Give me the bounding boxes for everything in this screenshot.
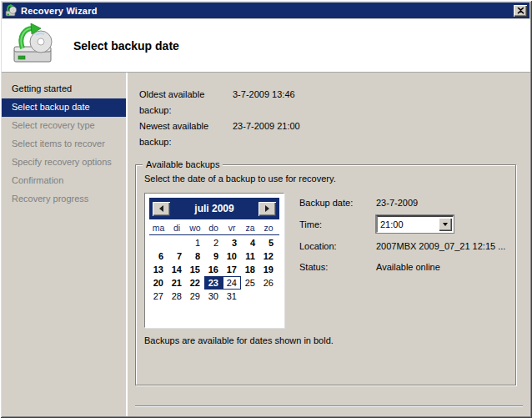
calendar-day[interactable]: 21 (168, 276, 186, 290)
time-row: Time:21:00 (299, 215, 507, 233)
calendar-day-header: vr (223, 222, 241, 234)
calendar-day[interactable]: 30 (204, 290, 223, 303)
calendar-day[interactable]: 19 (259, 263, 278, 276)
next-month-arrow-icon (265, 205, 269, 212)
backup-disk-large-icon (11, 23, 59, 68)
calendar-day-header: za (241, 222, 259, 234)
calendar-day[interactable]: 7 (168, 249, 186, 263)
calendar-day[interactable]: 16 (204, 263, 223, 276)
status-label: Status: (299, 262, 376, 272)
sidebar-item-specify-recovery-options: Specify recovery options (2, 154, 126, 172)
calendar-day-header: wo (186, 222, 204, 234)
sidebar-item-getting-started: Getting started (2, 80, 126, 98)
calendar-day[interactable]: 17 (223, 263, 241, 276)
calendar-day[interactable]: 28 (168, 290, 186, 303)
prev-month-button[interactable] (153, 202, 170, 216)
newest-backup-value: 23-7-2009 21:00 (233, 118, 300, 150)
calendar-day[interactable]: 26 (259, 276, 278, 290)
separator (135, 405, 523, 407)
title-bar: Recovery Wizard (3, 3, 529, 18)
calendar-day-header: zo (259, 222, 278, 234)
sidebar-item-select-items-to-recover: Select items to recover (2, 135, 126, 154)
calendar-day[interactable]: 5 (259, 236, 278, 249)
time-combobox[interactable]: 21:00 (376, 215, 454, 233)
available-backups-group: Available backups Select the date of a b… (135, 164, 516, 385)
bold-dates-note: Backups are available for dates shown in… (144, 335, 507, 345)
group-description: Select the date of a backup to use for r… (144, 174, 507, 184)
dropdown-arrow-icon (443, 223, 448, 226)
group-title: Available backups (143, 159, 223, 170)
calendar-day-header: ma (149, 222, 168, 234)
status-value: Available online (376, 262, 440, 272)
calendar-day[interactable]: 27 (149, 290, 168, 303)
dropdown-button[interactable] (439, 218, 452, 231)
calendar-day[interactable]: 6 (149, 249, 168, 263)
calendar-day[interactable]: 12 (259, 249, 278, 263)
sidebar-item-select-backup-date: Select backup date (2, 98, 126, 117)
calendar-day (259, 290, 278, 303)
calendar-day[interactable]: 24 (223, 276, 241, 290)
calendar-day[interactable]: 2 (204, 236, 223, 249)
backup-calendar: juli 2009 madiwodovrzazo 123456789101112… (144, 193, 284, 328)
wizard-header: Select backup date (2, 19, 530, 73)
calendar-day-headers: madiwodovrzazo (149, 222, 279, 235)
calendar-day (149, 236, 168, 249)
status-row: Status:Available online (299, 259, 507, 274)
calendar-day[interactable]: 3 (223, 236, 241, 249)
calendar-day[interactable]: 25 (241, 276, 259, 290)
time-value: 21:00 (378, 219, 439, 229)
calendar-day[interactable]: 23 (204, 276, 223, 290)
calendar-day[interactable]: 4 (241, 236, 259, 249)
wizard-steps-sidebar: Getting startedSelect backup dateSelect … (2, 73, 128, 416)
location-row: Location:2007MBX 2009_07_21 12:15 ... (299, 238, 507, 254)
calendar-day-header: do (204, 222, 223, 234)
newest-backup-label: Newest available backup: (139, 118, 233, 150)
calendar-day[interactable]: 10 (223, 249, 241, 263)
calendar-day[interactable]: 8 (186, 249, 204, 263)
calendar-day[interactable]: 20 (149, 276, 168, 290)
calendar-day[interactable]: 18 (241, 263, 259, 276)
calendar-day[interactable]: 22 (186, 276, 204, 290)
calendar-day[interactable]: 29 (186, 290, 204, 303)
calendar-day[interactable]: 15 (186, 263, 204, 276)
calendar-day[interactable]: 13 (149, 263, 168, 276)
calendar-day[interactable]: 1 (186, 236, 204, 249)
sidebar-item-select-recovery-type: Select recovery type (2, 117, 126, 135)
oldest-backup-label: Oldest available backup: (139, 87, 233, 118)
page-title: Select backup date (73, 39, 179, 53)
calendar-day (168, 236, 186, 249)
time-label: Time: (299, 219, 376, 229)
backup-date-label: Backup date: (299, 198, 376, 208)
backup-details: Backup date:23-7-2009Time:21:00Location:… (299, 194, 507, 328)
calendar-day[interactable]: 11 (241, 249, 259, 263)
calendar-day-header: di (168, 222, 186, 234)
backup-date-value: 23-7-2009 (376, 198, 418, 208)
location-label: Location: (299, 241, 376, 251)
prev-month-arrow-icon (159, 205, 163, 212)
backup-disk-icon (5, 4, 18, 17)
next-month-button[interactable] (258, 202, 276, 216)
calendar-month-label: juli 2009 (170, 203, 258, 214)
calendar-day[interactable]: 31 (223, 290, 241, 303)
backup-summary: Oldest available backup: 3-7-2009 13:46 … (139, 87, 523, 150)
sidebar-item-confirmation: Confirmation (2, 172, 126, 190)
sidebar-item-recovery-progress: Recovery progress (2, 190, 126, 209)
location-value: 2007MBX 2009_07_21 12:15 ... (376, 241, 505, 251)
window-title: Recovery Wizard (21, 6, 514, 16)
calendar-grid: 1234567891011121314151617181920212223242… (149, 236, 279, 303)
close-icon[interactable] (514, 5, 527, 17)
calendar-day[interactable]: 14 (168, 263, 186, 276)
calendar-day[interactable]: 9 (204, 249, 223, 263)
calendar-day (241, 290, 259, 303)
backup-date-row: Backup date:23-7-2009 (299, 194, 507, 210)
calendar-header: juli 2009 (149, 198, 279, 219)
recovery-wizard-window: Recovery Wizard Select backup date Getti (0, 0, 532, 418)
oldest-backup-value: 3-7-2009 13:46 (233, 87, 295, 118)
